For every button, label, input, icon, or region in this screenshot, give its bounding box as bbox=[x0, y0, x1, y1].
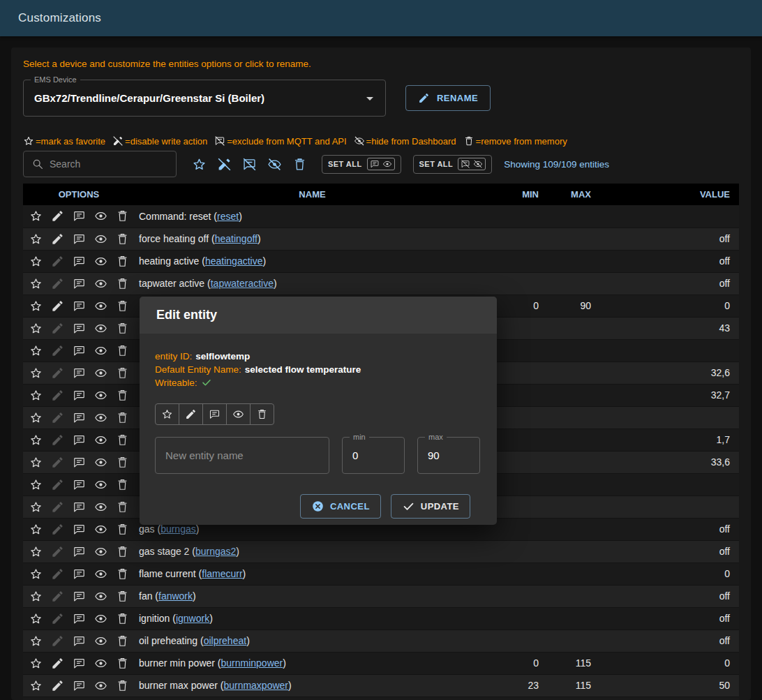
table-row[interactable]: flame current (flamecurr)0 bbox=[23, 563, 739, 585]
trash-option-toggle[interactable] bbox=[250, 403, 274, 425]
star-icon-button[interactable] bbox=[29, 679, 43, 692]
eye-icon-button[interactable] bbox=[94, 545, 107, 558]
entity-shortname-link[interactable]: flamecurr bbox=[202, 568, 242, 579]
entity-shortname-link[interactable]: heatingactive bbox=[205, 255, 263, 267]
trash-icon-button[interactable] bbox=[116, 523, 129, 536]
pencil-icon-button[interactable] bbox=[51, 277, 64, 290]
pencil-icon-button[interactable] bbox=[51, 612, 64, 625]
pencil-option-toggle[interactable] bbox=[179, 403, 203, 425]
mqtt-icon-button[interactable] bbox=[73, 612, 86, 625]
entity-shortname-link[interactable]: tapwateractive bbox=[211, 278, 274, 289]
trash-icon-button[interactable] bbox=[116, 255, 129, 268]
trash-icon-button[interactable] bbox=[116, 612, 129, 625]
eye-option-toggle[interactable] bbox=[226, 403, 251, 425]
mqtt-icon-button[interactable] bbox=[73, 366, 86, 380]
mqtt-icon-button[interactable] bbox=[73, 344, 86, 357]
table-row[interactable]: burner min power (burnminpower)01150 bbox=[23, 652, 739, 674]
table-row[interactable] bbox=[23, 697, 739, 700]
star-icon-button[interactable] bbox=[29, 590, 43, 603]
pencil-icon-button[interactable] bbox=[51, 299, 64, 313]
search-box[interactable] bbox=[23, 151, 177, 177]
mqtt-option-toggle[interactable] bbox=[202, 403, 227, 425]
mqtt-icon-button[interactable] bbox=[73, 411, 86, 424]
eye-icon-button[interactable] bbox=[94, 255, 107, 268]
star-icon-button[interactable] bbox=[29, 255, 43, 268]
eye-icon-button[interactable] bbox=[94, 277, 107, 290]
eye-icon-button[interactable] bbox=[94, 590, 107, 603]
pencil-icon-button[interactable] bbox=[51, 411, 64, 424]
star-icon-button[interactable] bbox=[29, 344, 43, 357]
table-row[interactable]: gas stage 2 (burngas2)off bbox=[23, 540, 739, 563]
pencil-icon-button[interactable] bbox=[51, 366, 64, 380]
entity-shortname-link[interactable]: reset bbox=[217, 211, 239, 222]
star-icon-button[interactable] bbox=[29, 209, 43, 223]
eye-icon-button[interactable] bbox=[94, 389, 107, 402]
pencil-icon-button[interactable] bbox=[51, 209, 64, 223]
set-all-hide-button[interactable]: SET ALL bbox=[413, 155, 493, 174]
pencil-icon-button[interactable] bbox=[51, 634, 64, 648]
ems-device-select[interactable]: EMS Device GBx72/Trendline/Cerapur/Green… bbox=[23, 80, 386, 117]
table-row[interactable]: Command: reset (reset) bbox=[23, 205, 739, 228]
trash-icon-button[interactable] bbox=[116, 500, 129, 514]
pencil-icon-button[interactable] bbox=[51, 567, 64, 581]
mqtt-icon-button[interactable] bbox=[73, 478, 86, 491]
eye-off-filter-toggle[interactable] bbox=[264, 154, 285, 174]
mqtt-icon-button[interactable] bbox=[73, 500, 86, 514]
entity-shortname-link[interactable]: burngas bbox=[160, 523, 196, 535]
trash-icon-button[interactable] bbox=[116, 433, 129, 447]
eye-icon-button[interactable] bbox=[94, 433, 107, 447]
trash-icon-button[interactable] bbox=[116, 366, 129, 380]
mqtt-icon-button[interactable] bbox=[73, 209, 86, 223]
star-option-toggle[interactable] bbox=[155, 403, 179, 425]
star-icon-button[interactable] bbox=[29, 500, 43, 514]
entity-shortname-link[interactable]: burnminpower bbox=[221, 657, 283, 669]
pencil-icon-button[interactable] bbox=[51, 232, 64, 246]
min-input[interactable] bbox=[343, 449, 404, 461]
table-row[interactable]: ignition (ignwork)off bbox=[23, 607, 739, 630]
star-icon-button[interactable] bbox=[29, 545, 43, 558]
star-icon-button[interactable] bbox=[29, 299, 43, 313]
trash-icon-button[interactable] bbox=[116, 679, 129, 692]
entity-shortname-link[interactable]: heatingoff bbox=[215, 233, 257, 244]
star-icon-button[interactable] bbox=[29, 612, 43, 625]
mqtt-icon-button[interactable] bbox=[73, 634, 86, 648]
trash-icon-button[interactable] bbox=[116, 389, 129, 402]
rename-button[interactable]: RENAME bbox=[405, 85, 491, 111]
star-icon-button[interactable] bbox=[29, 366, 43, 380]
mqtt-icon-button[interactable] bbox=[73, 679, 86, 692]
mqtt-icon-button[interactable] bbox=[73, 657, 86, 670]
trash-icon-button[interactable] bbox=[116, 456, 129, 469]
table-row[interactable]: tapwater active (tapwateractive)off bbox=[23, 272, 739, 295]
eye-icon-button[interactable] bbox=[94, 612, 107, 625]
star-icon-button[interactable] bbox=[29, 478, 43, 491]
entity-shortname-link[interactable]: burnmaxpower bbox=[223, 680, 288, 691]
cancel-button[interactable]: CANCEL bbox=[300, 494, 381, 519]
eye-icon-button[interactable] bbox=[94, 456, 107, 469]
mqtt-icon-button[interactable] bbox=[73, 389, 86, 402]
star-icon-button[interactable] bbox=[29, 232, 43, 246]
eye-icon-button[interactable] bbox=[94, 478, 107, 491]
min-field[interactable]: min bbox=[342, 437, 405, 474]
eye-icon-button[interactable] bbox=[94, 322, 107, 335]
eye-icon-button[interactable] bbox=[94, 344, 107, 357]
star-icon-button[interactable] bbox=[29, 567, 43, 581]
star-icon-button[interactable] bbox=[29, 634, 43, 648]
entity-shortname-link[interactable]: ignwork bbox=[176, 613, 209, 624]
mqtt-icon-button[interactable] bbox=[73, 255, 86, 268]
mqtt-icon-button[interactable] bbox=[73, 232, 86, 246]
star-icon-button[interactable] bbox=[29, 277, 43, 290]
set-all-show-button[interactable]: SET ALL bbox=[322, 155, 401, 174]
pencil-icon-button[interactable] bbox=[51, 255, 64, 268]
star-icon-button[interactable] bbox=[29, 433, 43, 447]
mqtt-icon-button[interactable] bbox=[73, 567, 86, 581]
eye-icon-button[interactable] bbox=[94, 634, 107, 648]
pencil-icon-button[interactable] bbox=[51, 590, 64, 603]
trash-icon-button[interactable] bbox=[116, 299, 129, 313]
entity-shortname-link[interactable]: fanwork bbox=[158, 590, 193, 602]
pencil-icon-button[interactable] bbox=[51, 500, 64, 514]
mqtt-icon-button[interactable] bbox=[73, 322, 86, 335]
star-icon-button[interactable] bbox=[29, 456, 43, 469]
entity-shortname-link[interactable]: burngas2 bbox=[195, 546, 236, 557]
pencil-icon-button[interactable] bbox=[51, 478, 64, 491]
new-entity-name-field[interactable] bbox=[155, 437, 329, 474]
